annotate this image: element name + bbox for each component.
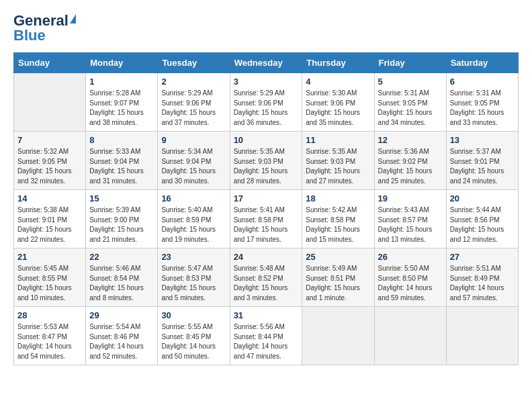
day-info: Sunrise: 5:49 AM Sunset: 8:51 PM Dayligh…	[306, 264, 370, 303]
calendar-cell: 24Sunrise: 5:48 AM Sunset: 8:52 PM Dayli…	[230, 248, 302, 307]
day-info: Sunrise: 5:54 AM Sunset: 8:46 PM Dayligh…	[89, 322, 154, 361]
day-info: Sunrise: 5:48 AM Sunset: 8:52 PM Dayligh…	[234, 264, 299, 303]
calendar-cell: 14Sunrise: 5:38 AM Sunset: 9:01 PM Dayli…	[14, 190, 86, 248]
day-info: Sunrise: 5:39 AM Sunset: 9:00 PM Dayligh…	[89, 205, 154, 244]
day-number: 29	[89, 310, 154, 320]
day-info: Sunrise: 5:56 AM Sunset: 8:44 PM Dayligh…	[234, 322, 299, 361]
calendar-cell: 30Sunrise: 5:55 AM Sunset: 8:45 PM Dayli…	[158, 307, 230, 365]
day-info: Sunrise: 5:29 AM Sunset: 9:06 PM Dayligh…	[234, 89, 299, 128]
calendar-cell: 23Sunrise: 5:47 AM Sunset: 8:53 PM Dayli…	[158, 248, 230, 307]
day-info: Sunrise: 5:33 AM Sunset: 9:04 PM Dayligh…	[89, 147, 154, 186]
logo-triangle-icon	[70, 14, 76, 24]
day-number: 16	[161, 193, 226, 203]
calendar-week-row: 7Sunrise: 5:32 AM Sunset: 9:05 PM Daylig…	[14, 132, 519, 190]
day-info: Sunrise: 5:29 AM Sunset: 9:06 PM Dayligh…	[161, 89, 226, 128]
calendar-cell: 31Sunrise: 5:56 AM Sunset: 8:44 PM Dayli…	[230, 307, 302, 365]
calendar-cell: 29Sunrise: 5:54 AM Sunset: 8:46 PM Dayli…	[86, 307, 158, 365]
day-number: 23	[161, 252, 226, 262]
calendar-cell	[14, 73, 86, 132]
calendar-cell: 1Sunrise: 5:28 AM Sunset: 9:07 PM Daylig…	[86, 73, 158, 132]
day-info: Sunrise: 5:31 AM Sunset: 9:05 PM Dayligh…	[450, 89, 515, 128]
day-info: Sunrise: 5:31 AM Sunset: 9:05 PM Dayligh…	[378, 89, 443, 128]
day-number: 4	[306, 77, 370, 87]
day-info: Sunrise: 5:36 AM Sunset: 9:02 PM Dayligh…	[378, 147, 443, 186]
day-number: 26	[378, 252, 443, 262]
day-number: 7	[17, 135, 82, 145]
day-info: Sunrise: 5:55 AM Sunset: 8:45 PM Dayligh…	[161, 322, 226, 361]
day-info: Sunrise: 5:37 AM Sunset: 9:01 PM Dayligh…	[450, 147, 515, 186]
day-number: 27	[450, 252, 515, 262]
day-info: Sunrise: 5:41 AM Sunset: 8:58 PM Dayligh…	[234, 205, 299, 244]
day-number: 9	[161, 135, 226, 145]
calendar-cell: 6Sunrise: 5:31 AM Sunset: 9:05 PM Daylig…	[446, 73, 518, 132]
calendar-cell: 2Sunrise: 5:29 AM Sunset: 9:06 PM Daylig…	[158, 73, 230, 132]
day-number: 10	[234, 135, 299, 145]
calendar-cell: 28Sunrise: 5:53 AM Sunset: 8:47 PM Dayli…	[14, 307, 86, 365]
day-info: Sunrise: 5:45 AM Sunset: 8:55 PM Dayligh…	[17, 264, 82, 303]
day-number: 31	[234, 310, 299, 320]
day-info: Sunrise: 5:35 AM Sunset: 9:03 PM Dayligh…	[234, 147, 299, 186]
weekday-header-saturday: Saturday	[446, 53, 518, 73]
day-info: Sunrise: 5:32 AM Sunset: 9:05 PM Dayligh…	[17, 147, 82, 186]
calendar-cell: 15Sunrise: 5:39 AM Sunset: 9:00 PM Dayli…	[86, 190, 158, 248]
day-info: Sunrise: 5:34 AM Sunset: 9:04 PM Dayligh…	[161, 147, 226, 186]
day-number: 1	[89, 77, 154, 87]
calendar-cell: 16Sunrise: 5:40 AM Sunset: 8:59 PM Dayli…	[158, 190, 230, 248]
calendar-header-row: SundayMondayTuesdayWednesdayThursdayFrid…	[14, 53, 519, 73]
weekday-header-sunday: Sunday	[14, 53, 86, 73]
day-info: Sunrise: 5:47 AM Sunset: 8:53 PM Dayligh…	[161, 264, 226, 303]
calendar-cell: 27Sunrise: 5:51 AM Sunset: 8:49 PM Dayli…	[446, 248, 518, 307]
calendar-week-row: 21Sunrise: 5:45 AM Sunset: 8:55 PM Dayli…	[14, 248, 519, 307]
day-info: Sunrise: 5:30 AM Sunset: 9:06 PM Dayligh…	[306, 89, 370, 128]
day-number: 12	[378, 135, 443, 145]
day-number: 13	[450, 135, 515, 145]
page: General Blue SundayMondayTuesdayWednesda…	[0, 0, 532, 379]
calendar-cell	[446, 307, 518, 365]
day-info: Sunrise: 5:40 AM Sunset: 8:59 PM Dayligh…	[161, 205, 226, 244]
day-info: Sunrise: 5:38 AM Sunset: 9:01 PM Dayligh…	[17, 205, 82, 244]
calendar-cell: 11Sunrise: 5:35 AM Sunset: 9:03 PM Dayli…	[302, 132, 374, 190]
day-info: Sunrise: 5:50 AM Sunset: 8:50 PM Dayligh…	[378, 264, 443, 303]
day-number: 19	[378, 193, 443, 203]
day-info: Sunrise: 5:46 AM Sunset: 8:54 PM Dayligh…	[89, 264, 154, 303]
calendar-cell: 5Sunrise: 5:31 AM Sunset: 9:05 PM Daylig…	[374, 73, 446, 132]
logo-text-general: General	[13, 13, 69, 28]
day-number: 5	[378, 77, 443, 87]
calendar-cell: 26Sunrise: 5:50 AM Sunset: 8:50 PM Dayli…	[374, 248, 446, 307]
weekday-header-thursday: Thursday	[302, 53, 374, 73]
calendar-cell: 17Sunrise: 5:41 AM Sunset: 8:58 PM Dayli…	[230, 190, 302, 248]
day-number: 18	[306, 193, 370, 203]
calendar-week-row: 28Sunrise: 5:53 AM Sunset: 8:47 PM Dayli…	[14, 307, 519, 365]
calendar-cell: 12Sunrise: 5:36 AM Sunset: 9:02 PM Dayli…	[374, 132, 446, 190]
calendar-cell: 4Sunrise: 5:30 AM Sunset: 9:06 PM Daylig…	[302, 73, 374, 132]
day-info: Sunrise: 5:35 AM Sunset: 9:03 PM Dayligh…	[306, 147, 370, 186]
day-number: 15	[89, 193, 154, 203]
day-number: 21	[17, 252, 82, 262]
calendar-cell: 8Sunrise: 5:33 AM Sunset: 9:04 PM Daylig…	[86, 132, 158, 190]
calendar-cell: 21Sunrise: 5:45 AM Sunset: 8:55 PM Dayli…	[14, 248, 86, 307]
calendar-week-row: 14Sunrise: 5:38 AM Sunset: 9:01 PM Dayli…	[14, 190, 519, 248]
day-number: 3	[234, 77, 299, 87]
calendar-cell: 18Sunrise: 5:42 AM Sunset: 8:58 PM Dayli…	[302, 190, 374, 248]
day-number: 30	[161, 310, 226, 320]
calendar-week-row: 1Sunrise: 5:28 AM Sunset: 9:07 PM Daylig…	[14, 73, 519, 132]
calendar-cell: 20Sunrise: 5:44 AM Sunset: 8:56 PM Dayli…	[446, 190, 518, 248]
logo-text-blue: Blue	[13, 28, 46, 43]
calendar-cell: 10Sunrise: 5:35 AM Sunset: 9:03 PM Dayli…	[230, 132, 302, 190]
calendar-table: SundayMondayTuesdayWednesdayThursdayFrid…	[13, 52, 519, 365]
weekday-header-friday: Friday	[374, 53, 446, 73]
calendar-cell: 19Sunrise: 5:43 AM Sunset: 8:57 PM Dayli…	[374, 190, 446, 248]
weekday-header-wednesday: Wednesday	[230, 53, 302, 73]
weekday-header-monday: Monday	[86, 53, 158, 73]
day-info: Sunrise: 5:43 AM Sunset: 8:57 PM Dayligh…	[378, 205, 443, 244]
header: General Blue	[13, 13, 519, 43]
day-number: 17	[234, 193, 299, 203]
weekday-header-tuesday: Tuesday	[158, 53, 230, 73]
calendar-cell: 22Sunrise: 5:46 AM Sunset: 8:54 PM Dayli…	[86, 248, 158, 307]
day-number: 20	[450, 193, 515, 203]
day-number: 25	[306, 252, 370, 262]
day-number: 28	[17, 310, 82, 320]
day-number: 22	[89, 252, 154, 262]
calendar-cell	[302, 307, 374, 365]
calendar-cell: 3Sunrise: 5:29 AM Sunset: 9:06 PM Daylig…	[230, 73, 302, 132]
